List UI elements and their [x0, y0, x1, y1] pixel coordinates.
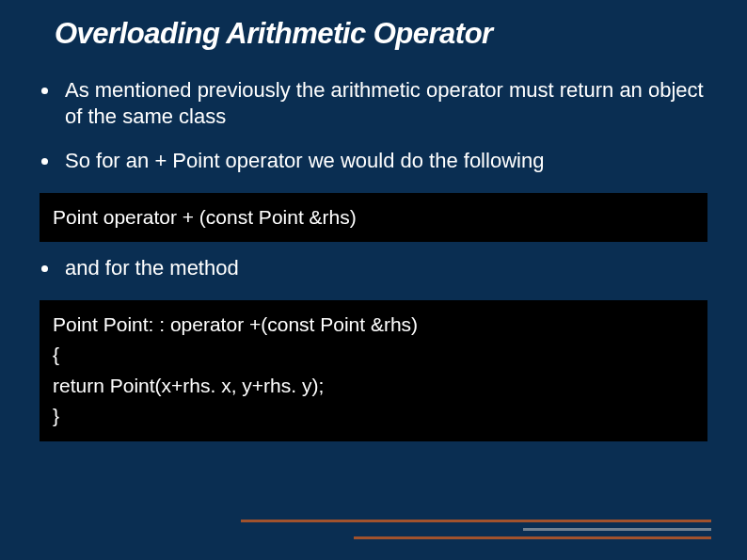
code-block: Point operator + (const Point &rhs)	[40, 193, 707, 243]
bullet-text: As mentioned previously the arithmetic o…	[65, 77, 709, 129]
slide: Overloading Arithmetic Operator As menti…	[0, 0, 747, 560]
footer-line-icon	[241, 520, 711, 522]
code-line: {	[53, 340, 694, 371]
code-line: Point operator + (const Point &rhs)	[53, 202, 694, 233]
slide-title: Overloading Arithmetic Operator	[0, 0, 747, 51]
code-line: }	[53, 401, 694, 432]
bullet-text: and for the method	[65, 255, 239, 281]
bullet-item: So for an + Point operator we would do t…	[38, 148, 709, 174]
code-line: Point Point: : operator +(const Point &r…	[53, 310, 694, 341]
code-block: Point Point: : operator +(const Point &r…	[40, 300, 707, 441]
footer-line-icon	[523, 528, 711, 531]
footer-line-icon	[354, 536, 711, 539]
bullet-text: So for an + Point operator we would do t…	[65, 148, 544, 174]
slide-body: As mentioned previously the arithmetic o…	[0, 51, 747, 441]
code-line: return Point(x+rhs. x, y+rhs. y);	[53, 371, 694, 402]
bullet-item: and for the method	[38, 255, 709, 281]
bullet-dot-icon	[41, 88, 48, 94]
bullet-dot-icon	[41, 158, 48, 165]
bullet-item: As mentioned previously the arithmetic o…	[38, 77, 709, 129]
footer-decoration	[241, 520, 711, 539]
bullet-dot-icon	[41, 265, 48, 272]
